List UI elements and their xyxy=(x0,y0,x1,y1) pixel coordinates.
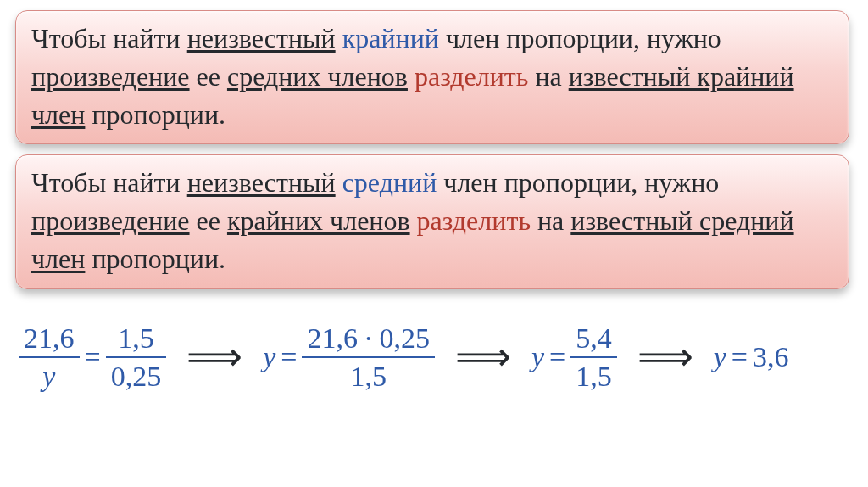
math-derivation: 21,6 y = 1,5 0,25 ⟹ y = 21,6 · 0,25 1,5 … xyxy=(15,299,853,393)
denominator: 0,25 xyxy=(106,360,167,393)
variable: y xyxy=(263,341,275,373)
equals-sign: = xyxy=(544,341,570,373)
denominator: 1,5 xyxy=(345,360,392,393)
fraction-bar xyxy=(570,356,617,358)
rule-fragment: Чтобы найти xyxy=(31,167,187,198)
rule-fragment: неизвестный xyxy=(187,23,336,53)
slide: Чтобы найти неизвестный крайний член про… xyxy=(0,0,868,487)
fraction-bar xyxy=(106,356,167,358)
rule-fragment xyxy=(336,167,342,198)
implies-arrow-icon: ⟹ xyxy=(636,338,695,377)
result-value: 3,6 xyxy=(753,341,789,373)
rule-box-middle: Чтобы найти неизвестный средний член про… xyxy=(15,154,849,288)
rule-box-extreme: Чтобы найти неизвестный крайний член про… xyxy=(15,10,849,144)
equals-sign: = xyxy=(80,341,106,373)
variable: y xyxy=(531,341,544,373)
rule-text: Чтобы найти неизвестный средний член про… xyxy=(31,167,794,274)
rule-fragment: произведение xyxy=(31,61,190,92)
implies-arrow-icon: ⟹ xyxy=(453,338,513,377)
equals-sign: = xyxy=(726,341,753,373)
fraction-bar xyxy=(302,356,435,358)
fraction-bar xyxy=(19,356,80,358)
rule-fragment: средний xyxy=(342,167,437,198)
rule-fragment: пропорции. xyxy=(85,244,225,274)
rule-fragment: пропорции. xyxy=(85,99,225,130)
rule-fragment xyxy=(410,205,417,236)
equals-sign: = xyxy=(275,341,302,373)
numerator: 1,5 xyxy=(113,322,159,355)
rule-fragment: Чтобы найти xyxy=(31,23,187,53)
rule-fragment: член пропорции, нужно xyxy=(439,23,721,53)
rule-fragment: разделить xyxy=(415,61,528,92)
fraction: 21,6 y xyxy=(19,322,80,393)
rule-fragment: средних членов xyxy=(227,61,408,92)
numerator: 5,4 xyxy=(570,322,617,355)
rule-fragment: неизвестный xyxy=(187,167,336,198)
fraction: 5,4 1,5 xyxy=(570,322,617,393)
variable: y xyxy=(714,341,726,373)
math-step-3: y = 5,4 1,5 xyxy=(531,322,617,393)
math-step-2: y = 21,6 · 0,25 1,5 xyxy=(263,322,435,393)
implies-arrow-icon: ⟹ xyxy=(185,338,244,377)
fraction: 1,5 0,25 xyxy=(106,322,167,393)
numerator: 21,6 xyxy=(19,322,80,355)
rule-fragment: ее xyxy=(190,61,227,92)
rule-fragment: крайних членов xyxy=(227,205,410,236)
rule-fragment: член пропорции, нужно xyxy=(437,167,719,198)
rule-fragment: ее xyxy=(190,205,227,236)
rule-fragment xyxy=(336,23,342,53)
rule-fragment: крайний xyxy=(342,23,439,53)
rule-fragment: на xyxy=(528,61,568,92)
rule-fragment: на xyxy=(531,205,570,236)
rule-fragment xyxy=(408,61,415,92)
rule-fragment: разделить xyxy=(417,205,531,236)
denominator: 1,5 xyxy=(570,360,617,393)
fraction: 21,6 · 0,25 1,5 xyxy=(302,322,435,393)
denominator: y xyxy=(37,360,60,393)
numerator: 21,6 · 0,25 xyxy=(302,322,435,355)
math-step-1: 21,6 y = 1,5 0,25 xyxy=(19,322,166,393)
rule-fragment: произведение xyxy=(31,205,190,236)
rule-text: Чтобы найти неизвестный крайний член про… xyxy=(31,23,794,130)
math-step-4: y = 3,6 xyxy=(714,341,789,373)
